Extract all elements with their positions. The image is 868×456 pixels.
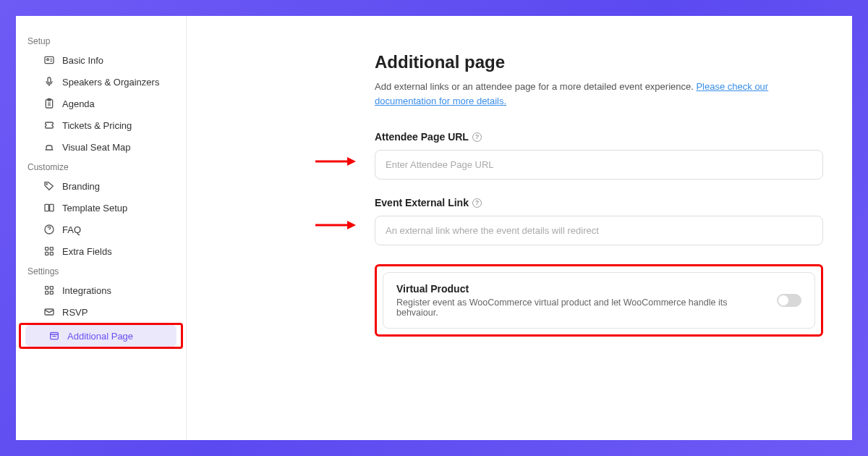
svg-rect-0: [45, 56, 54, 63]
page-description: Add external links or an attendee page f…: [375, 80, 823, 108]
seat-icon: [43, 141, 55, 153]
sidebar-item-label: FAQ: [62, 224, 81, 235]
svg-rect-10: [50, 248, 53, 250]
sidebar-item-template[interactable]: Template Setup: [20, 197, 182, 219]
svg-rect-15: [46, 291, 48, 294]
sidebar-item-agenda[interactable]: Agenda: [20, 93, 182, 114]
sidebar-item-faq[interactable]: FAQ: [20, 219, 182, 240]
section-header-setup: Setup: [16, 32, 186, 49]
sidebar-item-seat-map[interactable]: Visual Seat Map: [20, 136, 182, 158]
clipboard-icon: [43, 98, 55, 109]
apps-icon: [43, 284, 55, 296]
attendee-url-label: Attendee Page URL ?: [375, 131, 823, 143]
help-icon[interactable]: ?: [472, 198, 482, 208]
sidebar-item-label: Extra Fields: [62, 246, 112, 257]
svg-rect-16: [50, 291, 53, 294]
virtual-product-text: Virtual Product Register event as WooCom…: [396, 283, 765, 318]
sidebar-item-label: Template Setup: [62, 203, 127, 214]
sidebar-item-basic-info[interactable]: Basic Info: [20, 49, 182, 71]
page-title: Additional page: [375, 52, 823, 72]
mic-icon: [43, 76, 55, 88]
annotation-arrow: [315, 220, 356, 230]
sidebar-item-additional-page[interactable]: Additional Page: [25, 325, 176, 347]
sidebar-item-label: Additional Page: [67, 331, 133, 342]
label-text: Attendee Page URL: [375, 131, 469, 143]
sidebar-item-branding[interactable]: Branding: [20, 175, 182, 197]
sidebar-item-label: Agenda: [62, 98, 95, 109]
svg-rect-7: [50, 204, 54, 211]
svg-point-1: [47, 59, 49, 61]
svg-rect-6: [45, 204, 48, 211]
virtual-product-description: Register event as WooCommerce virtual pr…: [396, 297, 765, 318]
external-link-label: Event External Link ?: [375, 197, 823, 208]
question-icon: [43, 224, 55, 235]
svg-rect-13: [46, 287, 48, 290]
sidebar-item-label: Basic Info: [62, 55, 103, 66]
sidebar-item-label: Tickets & Pricing: [62, 120, 132, 131]
sidebar: Setup Basic Info Speakers & Orgainzers A…: [16, 16, 187, 440]
id-card-icon: [43, 54, 55, 66]
virtual-product-toggle[interactable]: [777, 294, 801, 307]
main-content: Additional page Add external links or an…: [187, 16, 852, 440]
external-link-input[interactable]: [375, 216, 823, 245]
sidebar-item-label: Branding: [62, 181, 100, 192]
envelope-icon: [43, 306, 55, 318]
tag-icon: [43, 180, 55, 192]
svg-marker-22: [347, 221, 356, 229]
annotation-arrow: [315, 156, 356, 166]
sidebar-item-label: Speakers & Orgainzers: [62, 77, 159, 88]
page-icon: [48, 330, 60, 342]
svg-rect-14: [50, 287, 53, 290]
sidebar-item-label: Integrations: [62, 285, 111, 296]
grid-icon: [43, 245, 55, 257]
layout-icon: [43, 202, 55, 214]
sidebar-item-extra-fields[interactable]: Extra Fields: [20, 240, 182, 262]
highlight-box-sidebar: Additional Page: [19, 323, 183, 349]
app-window: Setup Basic Info Speakers & Orgainzers A…: [16, 16, 852, 440]
svg-rect-9: [46, 248, 48, 250]
label-text: Event External Link: [375, 197, 469, 208]
svg-rect-11: [46, 252, 48, 255]
virtual-product-title: Virtual Product: [396, 283, 765, 295]
sidebar-item-label: Visual Seat Map: [62, 142, 130, 153]
svg-rect-12: [50, 252, 53, 255]
section-header-customize: Customize: [16, 158, 186, 175]
sidebar-item-rsvp[interactable]: RSVP: [20, 301, 182, 323]
sidebar-item-tickets[interactable]: Tickets & Pricing: [20, 114, 182, 136]
attendee-url-input[interactable]: [375, 150, 823, 180]
svg-rect-2: [48, 77, 51, 83]
section-header-settings: Settings: [16, 262, 186, 279]
page-description-text: Add external links or an attendee page f…: [375, 81, 696, 92]
svg-marker-20: [347, 157, 356, 166]
highlight-box-virtual: Virtual Product Register event as WooCom…: [375, 264, 823, 337]
sidebar-item-label: RSVP: [62, 307, 88, 318]
help-icon[interactable]: ?: [472, 132, 482, 142]
ticket-icon: [43, 119, 55, 131]
svg-point-5: [46, 184, 47, 185]
sidebar-item-integrations[interactable]: Integrations: [20, 279, 182, 301]
virtual-product-card: Virtual Product Register event as WooCom…: [383, 272, 815, 329]
sidebar-item-speakers[interactable]: Speakers & Orgainzers: [20, 71, 182, 93]
